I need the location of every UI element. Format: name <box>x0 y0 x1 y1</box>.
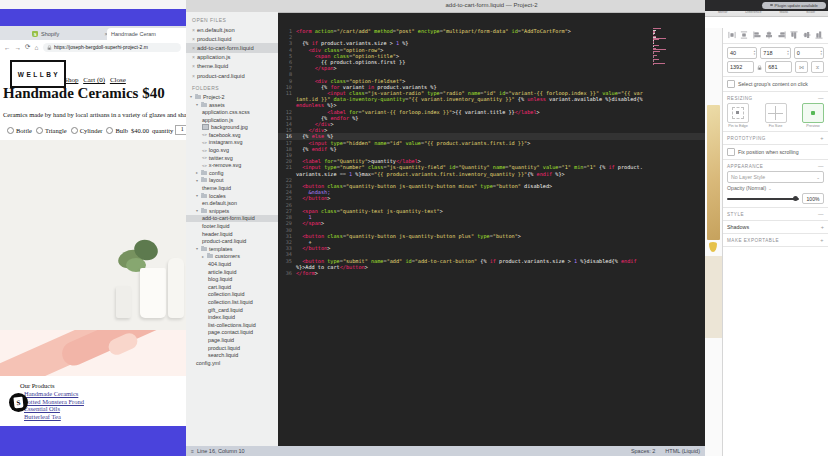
tree-folder[interactable]: ▸config <box>186 169 278 177</box>
opacity-value-field[interactable]: 100% <box>802 193 824 204</box>
tree-file[interactable]: blog.liquid <box>186 275 278 283</box>
nav-link-cart[interactable]: Cart (0) <box>83 76 105 84</box>
tree-folder[interactable]: ▾snippets <box>186 207 278 215</box>
tree-file[interactable]: search.liquid <box>186 351 278 359</box>
syntax-setting[interactable]: HTML (Liquid) <box>665 448 700 454</box>
tree-file[interactable]: background.jpg <box>186 124 278 132</box>
tree-file[interactable]: <>twitter.svg <box>186 154 278 162</box>
tree-file[interactable]: footer.liquid <box>186 222 278 230</box>
tree-file[interactable]: theme.liquid <box>186 184 278 192</box>
tree-file[interactable]: <>x-remove.svg <box>186 161 278 169</box>
height-field[interactable]: 681 <box>765 61 792 73</box>
fix-position-checkbox[interactable] <box>727 148 735 156</box>
open-file-item[interactable]: ×product.liquid <box>186 34 278 43</box>
footer-link[interactable]: Potted Monstera Frond <box>24 398 84 406</box>
fix-size-widget[interactable] <box>765 103 787 123</box>
option-label[interactable]: Bottle <box>16 127 32 134</box>
home-icon[interactable]: ⌂ <box>34 44 38 51</box>
radio-bottle[interactable] <box>7 127 14 134</box>
tree-file[interactable]: product.liquid <box>186 344 278 352</box>
code-line[interactable]: 36</form> <box>278 270 705 276</box>
collapse-icon[interactable]: — <box>818 163 824 169</box>
tree-file[interactable]: en.default.json <box>186 199 278 207</box>
tree-file[interactable]: page.contact.liquid <box>186 329 278 337</box>
canvas-shield-graphic[interactable] <box>709 242 717 252</box>
open-file-item[interactable]: ×application.js <box>186 53 278 62</box>
tree-file[interactable]: index.liquid <box>186 313 278 321</box>
close-icon[interactable]: × <box>192 54 195 60</box>
footer-link[interactable]: Handmade Ceramics <box>24 390 84 398</box>
code-line[interactable]: 11 <input class="js-variant-radio" type=… <box>278 90 705 109</box>
radio-bulb[interactable] <box>106 127 113 134</box>
code-line[interactable]: 21 <input type="number" class="js-quanti… <box>278 164 705 176</box>
resizing-section-header[interactable]: RESIZING— <box>727 95 824 101</box>
appearance-section-header[interactable]: APPEARANCE— <box>727 163 824 169</box>
forward-icon[interactable]: → <box>15 44 22 51</box>
flip-vertical-icon[interactable]: ⧖ <box>811 61 824 73</box>
browser-tab-shopify[interactable]: S Shopify × <box>28 28 112 40</box>
opacity-slider[interactable] <box>727 198 799 200</box>
lock-ratio-icon[interactable]: 🔒 <box>757 65 763 70</box>
tree-file[interactable]: application.css.scss <box>186 108 278 116</box>
rotation-field[interactable]: 0▴▾ <box>794 47 824 59</box>
tree-file[interactable]: collection.list.liquid <box>186 298 278 306</box>
shopify-admin-badge[interactable]: S <box>9 393 28 412</box>
option-label[interactable]: Bulb <box>115 127 128 134</box>
minimap[interactable] <box>653 28 667 65</box>
update-pill-button[interactable]: Plugin update available <box>762 2 826 9</box>
quantity-input[interactable]: 1 <box>175 125 186 135</box>
close-icon[interactable]: × <box>192 73 195 79</box>
tree-file[interactable]: product-card.liquid <box>186 237 278 245</box>
tree-folder[interactable]: ▾templates <box>186 245 278 253</box>
select-group-checkbox[interactable] <box>727 80 735 88</box>
width-field[interactable]: 1392 <box>727 61 754 73</box>
opacity-slider-knob[interactable] <box>793 196 798 201</box>
make-exportable-header[interactable]: MAKE EXPORTABLE+ <box>727 237 824 243</box>
radio-cylinder[interactable] <box>71 127 78 134</box>
browser-tab-product[interactable]: Handmade Ceram <box>107 28 186 40</box>
tree-file[interactable]: cart.liquid <box>186 283 278 291</box>
code-area[interactable]: 1<form action="/cart/add" method="post" … <box>278 25 705 446</box>
menu-icon[interactable]: ≡ <box>191 448 194 454</box>
option-label[interactable]: Triangle <box>45 127 67 134</box>
stepper-down-icon[interactable]: ▾ <box>787 53 789 56</box>
indent-setting[interactable]: Spaces: 2 <box>631 448 655 454</box>
flip-horizontal-icon[interactable]: ⋈ <box>795 61 808 73</box>
layer-style-dropdown[interactable]: No Layer Style⌄ <box>727 171 824 183</box>
canvas-image[interactable] <box>707 105 720 240</box>
y-position-field[interactable]: 718▴▾ <box>760 47 790 59</box>
open-file-item[interactable]: ×product-card.liquid <box>186 71 278 80</box>
reload-icon[interactable]: ⟳ <box>25 43 30 51</box>
style-section-header[interactable]: STYLE— <box>727 211 824 217</box>
site-logo[interactable]: WELLBY <box>10 60 66 88</box>
tree-file[interactable]: list-collections.liquid <box>186 321 278 329</box>
code-line[interactable]: 35 <button type="submit" name="add" id="… <box>278 258 705 270</box>
shadows-section-header[interactable]: Shadows+ <box>727 224 824 230</box>
distribute-vertically-icon[interactable] <box>740 31 748 39</box>
tree-file[interactable]: gift_card.liquid <box>186 306 278 314</box>
tree-folder[interactable]: ▾locales <box>186 192 278 200</box>
close-icon[interactable]: × <box>192 27 195 33</box>
nav-link-shop[interactable]: Shop <box>64 76 78 84</box>
tree-file[interactable]: 404.liquid <box>186 260 278 268</box>
open-file-item[interactable]: ×en.default.json <box>186 25 278 34</box>
tree-file[interactable]: <>instagram.svg <box>186 139 278 147</box>
nav-link-close[interactable]: Close <box>110 76 126 84</box>
close-icon[interactable]: × <box>192 45 195 51</box>
distribute-horizontally-icon[interactable] <box>728 31 736 39</box>
align-middle-icon[interactable] <box>803 31 811 39</box>
tree-file[interactable]: application.js <box>186 116 278 124</box>
tree-file[interactable]: header.liquid <box>186 230 278 238</box>
open-file-item[interactable]: ×theme.liquid <box>186 62 278 71</box>
align-right-icon[interactable] <box>778 31 786 39</box>
tree-folder[interactable]: ▾Project-2 <box>186 93 278 101</box>
add-icon[interactable]: + <box>820 135 824 141</box>
stepper-down-icon[interactable]: ▾ <box>820 53 822 56</box>
tree-file[interactable]: article.liquid <box>186 268 278 276</box>
stepper-down-icon[interactable]: ▾ <box>754 53 756 56</box>
tree-folder[interactable]: ▾layout <box>186 177 278 185</box>
close-icon[interactable]: × <box>192 36 195 42</box>
collapse-icon[interactable]: — <box>818 211 824 217</box>
opacity-label[interactable]: Opacity (Normal)⌄ <box>727 185 824 191</box>
address-bar[interactable]: 🔒 https://joseph-bergdoll-superhi-projec… <box>43 43 181 52</box>
